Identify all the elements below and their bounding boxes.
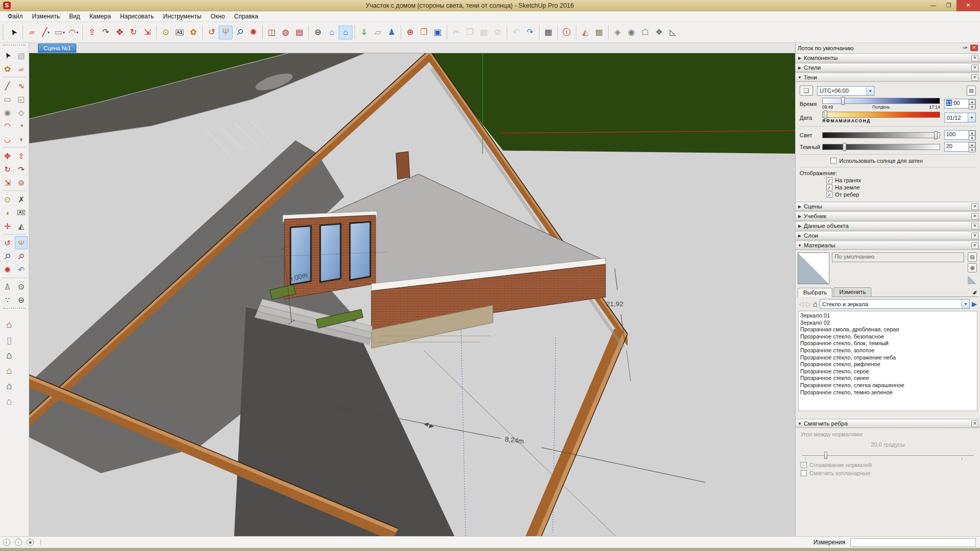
sign-in-icon[interactable]: ☻ (27, 539, 34, 546)
menu-draw[interactable]: Нарисовать (115, 11, 158, 22)
material-item[interactable]: Прозрачное стекло, золотое (800, 347, 977, 354)
print-button[interactable]: ▦ (541, 26, 555, 39)
timezone-dropdown[interactable]: UTC+06:00▼ (817, 86, 874, 96)
component-box-icon[interactable]: ▯ (2, 332, 16, 348)
use-sun-checkbox[interactable] (830, 158, 837, 164)
zoom-window-tool[interactable]: ⚲ (15, 249, 28, 263)
scale-tool-button[interactable]: ⇲ (140, 26, 154, 39)
pan-tool-button[interactable]: Ψ (219, 26, 233, 39)
eraser-tool[interactable]: ▰ (15, 62, 28, 75)
section-soften-edges[interactable]: ▼ Смягчить ребра ✕ (796, 419, 980, 428)
save-file-button[interactable]: ▣ (431, 26, 445, 39)
model-info-button[interactable]: ⓘ (560, 26, 574, 39)
section-close-icon[interactable]: ✕ (971, 223, 978, 229)
position-camera-tool[interactable]: ♙ (1, 280, 14, 293)
menu-tools[interactable]: Инструменты (158, 11, 206, 22)
rotate-tool-button[interactable]: ↻ (127, 26, 140, 39)
open-file-button[interactable]: ❐ (417, 26, 431, 39)
redo-button[interactable]: ↷ (523, 26, 537, 39)
line-tool[interactable]: ╱ (1, 79, 14, 92)
section-close-icon[interactable]: ✕ (971, 65, 978, 71)
paint-bucket-tool[interactable]: ✿ (1, 62, 14, 75)
3d-text-tool[interactable]: ◭ (15, 219, 28, 232)
material-item[interactable]: Прозрачное стекло, безопасное (800, 333, 977, 341)
menu-edit[interactable]: Изменить (28, 11, 65, 22)
material-item[interactable]: Зеркало 02 (800, 320, 977, 327)
maximize-button[interactable]: ❐ (941, 0, 956, 11)
zoom-extents-tool-button[interactable]: ✺ (246, 26, 260, 39)
pan-tool[interactable]: Ψ (15, 236, 28, 249)
polygon-tool[interactable]: ◇ (15, 105, 28, 119)
sandbox-stamp-button[interactable]: ◉ (624, 26, 638, 39)
section-стили[interactable]: ▶Стили✕ (796, 63, 980, 72)
material-item[interactable]: Зеркало 01 (800, 312, 977, 320)
checkbox-от-ребер[interactable]: ✓ (826, 192, 832, 198)
section-сцены[interactable]: ▶Сцены✕ (796, 202, 980, 211)
secondary-pane-icon[interactable]: ⊟ (968, 252, 977, 262)
dark-slider[interactable] (822, 144, 940, 150)
time-spinner[interactable]: 11:00 ▲▼ (944, 99, 976, 109)
push-pull-tool[interactable]: ⇧ (15, 149, 28, 162)
scale-tool[interactable]: ⇲ (1, 176, 14, 189)
arcs-tool-dropdown-icon[interactable]: ▾ (76, 30, 78, 35)
text-tool[interactable]: A1 (15, 206, 28, 219)
date-dropdown[interactable]: 01/12▼ (944, 113, 976, 122)
menu-help[interactable]: Справка (230, 11, 263, 22)
date-slider[interactable] (822, 112, 940, 118)
view-iso-button[interactable]: ⌂ (325, 26, 339, 39)
sandbox-add-detail-button[interactable]: ❖ (652, 26, 666, 39)
material-item[interactable]: Прозрачное стекло, отражение неба (800, 354, 977, 362)
credits-icon[interactable]: i (15, 539, 22, 546)
angle-slider[interactable] (802, 452, 974, 460)
material-category-dropdown[interactable]: Стекло и зеркала▼ (820, 299, 970, 309)
toggle-shadows-button[interactable]: ❑ (800, 86, 813, 96)
export-animation-button[interactable]: ♟ (385, 26, 399, 39)
material-name-field[interactable]: По умолчанию (832, 252, 964, 262)
tray-close-icon[interactable]: ✕ (970, 45, 978, 51)
section-close-icon[interactable]: ✕ (971, 74, 978, 81)
material-item[interactable]: Прозрачное стекло, блок, темный (800, 340, 977, 347)
light-spinner[interactable]: 100 ▲▼ (944, 130, 976, 140)
export-2d-graphic-button[interactable]: ▱ (371, 26, 385, 39)
forward-icon[interactable]: ▷ (806, 300, 811, 308)
geolocation-icon[interactable]: ◐ (3, 539, 10, 546)
look-around-tool[interactable]: ⊙ (15, 280, 28, 293)
material-item[interactable]: Прозрачное стекло, серое (800, 368, 977, 375)
section-close-icon[interactable]: ✕ (971, 213, 978, 220)
sandbox-flip-edge-button[interactable]: ◺ (666, 26, 680, 39)
sandbox-from-scratch-button[interactable]: ▦ (592, 26, 606, 39)
circle-tool[interactable]: ◉ (1, 105, 14, 119)
section-materials[interactable]: ▼ Материалы ✕ (796, 241, 980, 250)
follow-me-tool[interactable]: ↷ (15, 162, 28, 176)
line-tool-button[interactable]: ╱▾ (39, 26, 53, 39)
rotated-rectangle-tool[interactable]: ◱ (15, 92, 28, 105)
material-item[interactable]: Прозрачное стекло, синее (800, 375, 977, 382)
section-close-icon[interactable]: ✕ (971, 242, 978, 249)
details-toggle-icon[interactable]: ⊟ (967, 86, 976, 96)
previous-view-tool[interactable]: ↶ (15, 263, 28, 276)
add-location-button[interactable]: ⊕ (403, 26, 417, 39)
arc-3pt-tool[interactable]: ◡ (1, 132, 14, 145)
eraser-tool-button[interactable]: ▰ (25, 26, 39, 39)
material-item[interactable]: Прозрачная смола, дробленая, серая (800, 326, 977, 333)
create-material-icon[interactable]: ⊕ (968, 263, 977, 272)
pie-tool[interactable]: ◔ (15, 119, 28, 132)
palette-grip[interactable] (3, 45, 26, 48)
section-close-icon[interactable]: ✕ (971, 232, 978, 239)
tab-edit[interactable]: Изменить (833, 287, 871, 296)
offset-tool[interactable]: ⊚ (15, 176, 28, 189)
spin-down-icon[interactable]: ▼ (969, 147, 975, 153)
smooth-normals-checkbox[interactable]: ✓ (801, 462, 807, 468)
select-tool[interactable]: ➤ (1, 49, 14, 62)
dimension-tool[interactable]: ✗ (15, 193, 28, 206)
minimize-button[interactable]: — (926, 0, 941, 11)
section-слои[interactable]: ▶Слои✕ (796, 231, 980, 240)
eyedropper-icon[interactable]: ✒ (970, 288, 979, 297)
time-slider[interactable] (822, 98, 940, 104)
roof-house-icon[interactable]: ⌂ (2, 363, 16, 378)
checkbox-на-земле[interactable]: ✓ (826, 184, 832, 190)
style-wireframe-button[interactable]: ◫ (265, 26, 279, 39)
home-icon[interactable]: ⌂ (2, 348, 16, 363)
section-plane-tool[interactable]: ⊖ (15, 293, 28, 306)
soften-coplanar-checkbox[interactable] (801, 470, 807, 476)
